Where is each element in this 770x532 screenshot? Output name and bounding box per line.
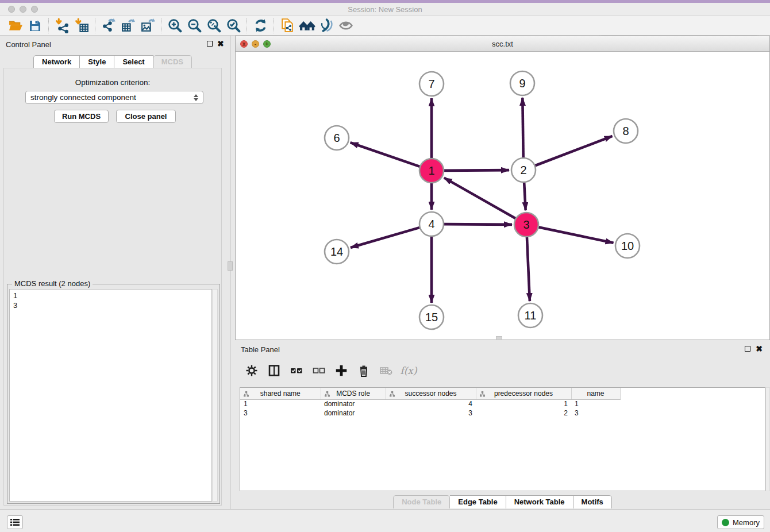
table-cell[interactable]: 3	[240, 408, 321, 418]
trash-icon[interactable]	[355, 362, 372, 379]
checked-boxes-icon[interactable]	[288, 362, 305, 379]
node-1[interactable]: 1	[419, 159, 444, 183]
mcds-result-line: 3	[13, 300, 208, 310]
table-cell[interactable]: 2	[476, 408, 571, 418]
node-label: 14	[330, 245, 343, 258]
edge-3-11[interactable]	[527, 237, 530, 301]
network-view-titlebar[interactable]: x - + scc.txt	[236, 36, 769, 52]
clone-network-icon[interactable]	[278, 17, 297, 34]
float-panel-icon[interactable]	[207, 41, 213, 47]
zoom-out-icon[interactable]	[184, 17, 204, 34]
edge-3-1[interactable]	[444, 178, 516, 218]
paint-style-icon[interactable]	[317, 17, 336, 34]
table-float-icon[interactable]	[745, 346, 750, 352]
node-3[interactable]: 3	[514, 213, 538, 237]
memory-status-icon	[722, 519, 729, 526]
network-view-title: scc.txt	[236, 40, 769, 48]
edge-2-9[interactable]	[522, 98, 523, 158]
node-9[interactable]: 9	[510, 71, 534, 95]
save-session-icon[interactable]	[25, 17, 45, 34]
export-network-icon[interactable]	[99, 17, 118, 34]
edge-4-3[interactable]	[444, 224, 512, 225]
node-14[interactable]: 14	[325, 240, 349, 264]
tab-select[interactable]: Select	[114, 55, 153, 68]
open-session-icon[interactable]	[6, 17, 25, 34]
column-header-successor-nodes[interactable]: successor nodes	[386, 388, 476, 399]
column-header-MCDS-role[interactable]: MCDS role	[321, 388, 386, 399]
tab-mcds[interactable]: MCDS	[153, 55, 192, 68]
zoom-selected-icon[interactable]	[224, 17, 243, 34]
export-table-icon[interactable]	[118, 17, 138, 34]
delete-table-icon[interactable]	[378, 362, 395, 379]
unchecked-boxes-icon[interactable]	[310, 362, 328, 379]
gear-icon[interactable]	[243, 362, 260, 379]
columns-icon[interactable]	[265, 362, 283, 379]
edge-4-14[interactable]	[351, 228, 420, 248]
tab-network-table[interactable]: Network Table	[506, 495, 573, 508]
task-list-button[interactable]	[7, 515, 23, 529]
node-15[interactable]: 15	[419, 305, 444, 329]
edge-1-2[interactable]	[444, 170, 509, 171]
toolbar-separator	[247, 18, 247, 33]
criterion-select[interactable]: strongly connected component	[25, 91, 203, 104]
panel-split-grip[interactable]	[228, 261, 233, 271]
table-cell[interactable]: dominator	[321, 399, 386, 408]
memory-button[interactable]: Memory	[717, 515, 764, 529]
edge-1-6[interactable]	[351, 142, 421, 167]
table-cell[interactable]: 3	[571, 408, 620, 418]
network-canvas[interactable]: 7968124314101511	[236, 52, 769, 340]
table-scrollbar[interactable]	[765, 387, 770, 491]
tab-motifs[interactable]: Motifs	[573, 495, 612, 508]
network-graph: 7968124314101511	[236, 52, 769, 340]
refresh-icon[interactable]	[251, 17, 270, 34]
node-2[interactable]: 2	[511, 158, 536, 182]
node-6[interactable]: 6	[325, 126, 349, 150]
import-table-icon[interactable]	[72, 17, 91, 34]
node-label: 10	[621, 240, 634, 252]
table-row[interactable]: 3dominator323	[240, 408, 620, 418]
run-mcds-button[interactable]: Run MCDS	[54, 110, 109, 123]
table-cell[interactable]: 4	[386, 399, 476, 408]
zoom-in-icon[interactable]	[165, 17, 184, 34]
result-scrollbar[interactable]	[212, 289, 218, 502]
canvas-bottom-grip[interactable]	[496, 336, 502, 340]
node-10[interactable]: 10	[615, 234, 640, 258]
tab-style[interactable]: Style	[80, 55, 114, 68]
zoom-fit-icon[interactable]	[204, 17, 224, 34]
table-cell[interactable]: 1	[476, 399, 571, 408]
table-toolbar: f(x)	[243, 360, 417, 381]
table-cell[interactable]: 3	[386, 408, 476, 418]
node-label: 3	[523, 218, 529, 231]
panel-split-divider[interactable]	[230, 36, 230, 509]
tab-node-table[interactable]: Node Table	[393, 495, 450, 508]
node-4[interactable]: 4	[419, 212, 444, 236]
close-panel-icon[interactable]: ✖	[217, 41, 224, 47]
node-11[interactable]: 11	[518, 303, 542, 327]
table-tabs: Node TableEdge TableNetwork TableMotifs	[235, 495, 770, 508]
node-7[interactable]: 7	[419, 72, 444, 96]
plus-icon[interactable]	[333, 362, 350, 379]
function-icon[interactable]: f(x)	[400, 362, 417, 379]
table-cell[interactable]: 1	[240, 399, 321, 408]
tab-edge-table[interactable]: Edge Table	[450, 495, 506, 508]
close-panel-button[interactable]: Close panel	[116, 110, 176, 123]
edge-2-3[interactable]	[524, 182, 526, 210]
export-image-icon[interactable]	[138, 17, 157, 34]
node-8[interactable]: 8	[614, 119, 638, 143]
table-close-icon[interactable]: ✖	[756, 346, 763, 352]
tab-network[interactable]: Network	[33, 55, 80, 68]
main-toolbar	[0, 16, 770, 36]
import-network-icon[interactable]	[52, 17, 72, 34]
table-cell[interactable]: dominator	[321, 408, 386, 418]
table-row[interactable]: 1dominator411	[240, 399, 620, 408]
column-header-name[interactable]: name	[571, 388, 620, 399]
edge-2-8[interactable]	[535, 136, 613, 166]
eye-icon[interactable]	[336, 17, 356, 34]
edge-3-10[interactable]	[538, 227, 614, 243]
node-label: 2	[520, 164, 526, 176]
houses-icon[interactable]	[297, 17, 317, 34]
column-header-predecessor-nodes[interactable]: predecessor nodes	[476, 388, 571, 399]
criterion-value: strongly connected component	[30, 93, 194, 102]
table-cell[interactable]: 1	[571, 399, 620, 408]
column-header-shared-name[interactable]: shared name	[240, 388, 321, 399]
